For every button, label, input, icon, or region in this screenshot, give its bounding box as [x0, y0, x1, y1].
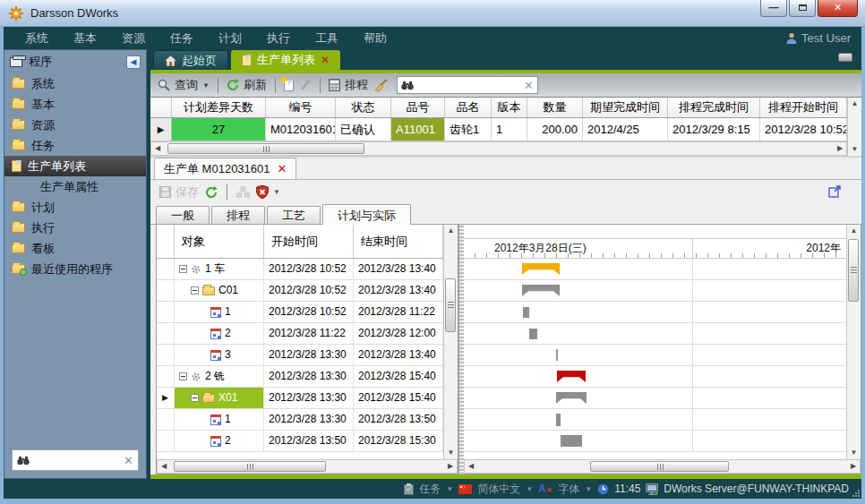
- sidebar-item-system[interactable]: 系统: [4, 73, 146, 94]
- menu-help[interactable]: 帮助: [351, 27, 399, 49]
- col-status[interactable]: 状态: [336, 98, 391, 117]
- edit-pencil-icon[interactable]: [299, 79, 312, 91]
- gantt-bar[interactable]: [529, 329, 537, 339]
- close-button[interactable]: ✕: [818, 0, 858, 17]
- gantt-bar[interactable]: [522, 263, 560, 275]
- scroll-right-icon[interactable]: ▶: [847, 460, 860, 473]
- scroll-thumb[interactable]: [174, 461, 326, 472]
- scroll-left-icon[interactable]: ◀: [465, 460, 477, 473]
- menu-tools[interactable]: 工具: [303, 27, 351, 49]
- list-search-input[interactable]: ✕: [397, 76, 538, 94]
- table-vscrollbar[interactable]: ▲ ▼: [443, 225, 458, 459]
- scroll-right-icon[interactable]: ▶: [444, 460, 457, 473]
- sidebar-item-basic[interactable]: 基本: [4, 94, 146, 115]
- scroll-down-icon[interactable]: ▼: [445, 447, 458, 459]
- tab-general[interactable]: 一般: [156, 206, 210, 225]
- save-button[interactable]: 保存: [159, 184, 199, 201]
- query-button[interactable]: 查询 ▼: [158, 77, 210, 93]
- dropdown-arrow-icon[interactable]: ▼: [526, 485, 533, 493]
- doc-tab-close-icon[interactable]: ✕: [278, 162, 287, 175]
- scroll-thumb[interactable]: [167, 143, 364, 154]
- sidebar-item-execute[interactable]: 执行: [4, 218, 146, 238]
- table-row[interactable]: 2 2012/3/28 11:22 2012/3/28 12:00: [157, 323, 443, 345]
- col-qty[interactable]: 数量: [527, 98, 583, 117]
- production-order-doc-tab[interactable]: 生产单 M012031601 ✕: [154, 158, 296, 179]
- col-end-time[interactable]: 结束时间: [354, 225, 443, 258]
- collapse-expander-icon[interactable]: [191, 286, 199, 295]
- scroll-up-icon[interactable]: ▲: [849, 98, 861, 110]
- col-sched-finish[interactable]: 排程完成时间: [668, 98, 760, 117]
- tab-close-icon[interactable]: ✕: [321, 56, 330, 64]
- sidebar-collapse-button[interactable]: ◀: [126, 56, 141, 69]
- gantt-bar[interactable]: [556, 349, 558, 361]
- status-font[interactable]: 字体: [558, 482, 579, 497]
- dropdown-arrow-icon[interactable]: ▼: [446, 485, 453, 493]
- tray-icon[interactable]: [838, 53, 852, 62]
- new-icon[interactable]: [284, 80, 294, 91]
- gantt-bar[interactable]: [522, 285, 560, 296]
- refresh-button[interactable]: 刷新: [227, 77, 267, 93]
- gantt-bar[interactable]: [523, 307, 529, 318]
- sidebar-item-production-order-list[interactable]: 生产单列表: [4, 156, 146, 176]
- table-row[interactable]: 2 铣 2012/3/28 13:30 2012/3/28 15:40: [157, 366, 443, 388]
- validate-button[interactable]: ▼: [256, 185, 280, 199]
- menu-plan[interactable]: 计划: [206, 27, 254, 49]
- grid-data-row[interactable]: ▶ 27 M012031601 已确认 A11001 齿轮1 1 200.00 …: [150, 118, 847, 141]
- col-item-no[interactable]: 品号: [391, 98, 445, 117]
- sidebar-item-recent[interactable]: 最近使用的程序: [4, 259, 146, 279]
- gantt-vscrollbar[interactable]: ▲ ▼: [846, 225, 861, 459]
- table-row[interactable]: C01 2012/3/28 10:52 2012/3/28 13:40: [157, 280, 443, 302]
- table-row-selected[interactable]: ▶ X01 2012/3/28 13:30 2012/3/28 15:40: [157, 388, 443, 409]
- collapse-expander-icon[interactable]: [179, 265, 187, 273]
- scroll-thumb[interactable]: [848, 239, 859, 302]
- col-item-name[interactable]: 品名: [445, 98, 492, 117]
- user-menu[interactable]: Test User: [786, 31, 851, 45]
- col-code[interactable]: 编号: [266, 98, 336, 117]
- col-sched-start[interactable]: 排程开始时间: [760, 98, 847, 117]
- grid-vscrollbar[interactable]: ▲ ▼: [847, 98, 861, 156]
- scroll-up-icon[interactable]: ▲: [445, 225, 458, 237]
- tab-schedule[interactable]: 排程: [211, 206, 265, 225]
- menu-task[interactable]: 任务: [158, 27, 206, 49]
- menu-resource[interactable]: 资源: [109, 27, 158, 49]
- sidebar-search-input[interactable]: ✕: [12, 449, 139, 471]
- grid-hscrollbar[interactable]: ◀ ▶: [150, 141, 847, 156]
- tab-production-order-list[interactable]: 生产单列表 ✕: [231, 50, 340, 70]
- tab-home[interactable]: 起始页: [153, 50, 228, 70]
- scroll-thumb[interactable]: [445, 278, 456, 332]
- dropdown-arrow-icon[interactable]: ▼: [202, 81, 210, 90]
- maximize-button[interactable]: [789, 0, 816, 17]
- sidebar-item-task[interactable]: 任务: [4, 135, 146, 156]
- menu-basic[interactable]: 基本: [61, 27, 109, 49]
- col-object[interactable]: 对象: [175, 225, 264, 258]
- tab-process[interactable]: 工艺: [267, 206, 321, 225]
- col-expect-finish[interactable]: 期望完成时间: [583, 98, 668, 117]
- search-clear-icon[interactable]: ✕: [124, 454, 133, 467]
- gantt-hscrollbar[interactable]: ◀ ▶: [464, 459, 861, 474]
- scroll-left-icon[interactable]: ◀: [158, 460, 170, 473]
- scroll-left-icon[interactable]: ◀: [151, 142, 164, 155]
- menu-execute[interactable]: 执行: [254, 27, 303, 49]
- broom-icon[interactable]: [373, 79, 388, 92]
- scroll-down-icon[interactable]: ▼: [849, 143, 861, 156]
- gantt-bar[interactable]: [557, 371, 586, 382]
- col-version[interactable]: 版本: [492, 98, 527, 117]
- scroll-down-icon[interactable]: ▼: [848, 447, 861, 459]
- col-start-time[interactable]: 开始时间: [264, 225, 354, 258]
- sidebar-item-plan[interactable]: 计划: [4, 197, 146, 218]
- refresh-icon[interactable]: [205, 186, 218, 199]
- table-row[interactable]: 3 2012/3/28 13:30 2012/3/28 13:40: [157, 345, 443, 366]
- table-row[interactable]: 1 车 2012/3/28 10:52 2012/3/28 13:40: [157, 259, 443, 280]
- minimize-button[interactable]: —: [760, 0, 787, 17]
- gantt-bar[interactable]: [556, 392, 587, 404]
- sidebar-item-production-order-props[interactable]: 生产单属性: [4, 176, 146, 197]
- sidebar-item-kanban[interactable]: 看板: [4, 238, 146, 259]
- schedule-button[interactable]: 排程: [329, 77, 368, 93]
- table-row[interactable]: 1 2012/3/28 13:30 2012/3/28 13:50: [157, 409, 443, 431]
- gantt-bar[interactable]: [561, 435, 582, 447]
- menu-system[interactable]: 系统: [13, 27, 61, 49]
- dropdown-arrow-icon[interactable]: ▼: [273, 188, 280, 196]
- scroll-thumb[interactable]: [590, 461, 729, 472]
- table-row[interactable]: 2 2012/3/28 13:50 2012/3/28 15:30: [157, 431, 443, 452]
- popout-icon[interactable]: [828, 184, 842, 198]
